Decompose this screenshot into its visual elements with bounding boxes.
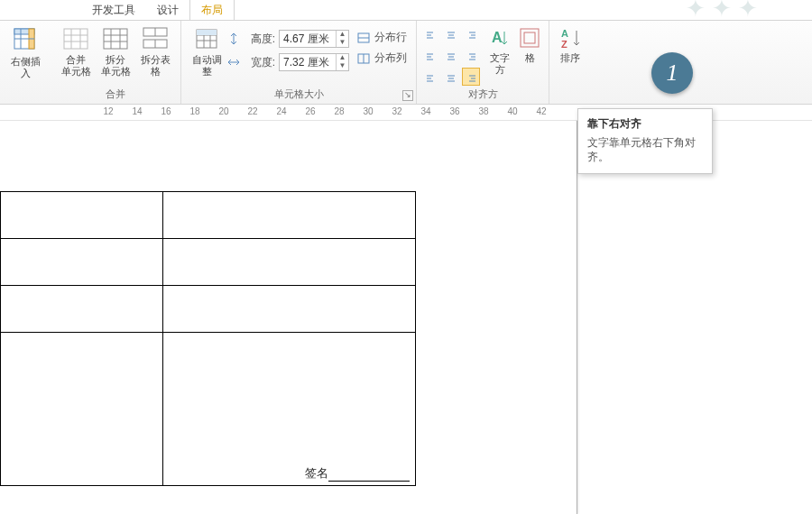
svg-rect-10	[104, 29, 127, 49]
align-bot-center[interactable]	[442, 68, 460, 86]
insert-column-right-icon	[12, 26, 39, 53]
sort-button[interactable]: AZ 排序	[555, 24, 586, 64]
split-cells-icon	[102, 26, 129, 51]
ruler-tick: 40	[507, 106, 517, 116]
row-height-icon	[226, 32, 241, 46]
ruler-tick: 18	[189, 106, 199, 116]
align-top-left[interactable]	[422, 28, 440, 46]
align-group-label: 对齐方	[422, 86, 543, 104]
group-label-blank	[5, 88, 45, 104]
ruler-tick: 28	[334, 106, 344, 116]
col-width-icon	[226, 55, 241, 69]
col-width-value: 7.32 厘米	[280, 55, 336, 70]
spin-down[interactable]: ▼	[337, 62, 348, 70]
distribute-cols-icon	[356, 51, 371, 66]
ruler-tick: 24	[276, 106, 286, 116]
merge-cells-icon	[62, 26, 89, 51]
tab-layout[interactable]: 布局	[189, 0, 235, 20]
merge-cells-button[interactable]: 合并 单元格	[56, 24, 96, 78]
tooltip-body: 文字靠单元格右下角对齐。	[587, 135, 703, 164]
width-label: 宽度:	[245, 55, 275, 70]
tab-design[interactable]: 设计	[146, 0, 189, 20]
svg-text:A: A	[561, 28, 568, 39]
svg-rect-24	[197, 30, 217, 35]
insert-right-label: 右侧插入	[7, 56, 43, 79]
ruler-tick: 34	[420, 106, 430, 116]
distribute-cols-label: 分布列	[374, 50, 407, 66]
ruler-tick: 38	[478, 106, 488, 116]
ruler-tick: 22	[247, 106, 257, 116]
align-top-center[interactable]	[442, 28, 460, 46]
alignment-grid	[422, 24, 480, 86]
ruler-tick: 32	[392, 106, 401, 116]
ruler-tick: 16	[161, 106, 171, 116]
text-direction-button[interactable]: A 文字方	[484, 24, 516, 76]
distribute-rows-label: 分布行	[374, 30, 407, 45]
split-table-icon	[142, 26, 169, 51]
document-table[interactable]: 签名	[0, 191, 416, 486]
align-bot-left[interactable]	[422, 68, 440, 86]
merge-group-label: 合并	[56, 86, 175, 104]
ruler-tick: 14	[132, 106, 142, 116]
table-row	[1, 239, 416, 286]
ruler-tick: 36	[449, 106, 459, 116]
align-mid-center[interactable]	[442, 48, 460, 66]
cell-margins-icon	[518, 26, 541, 50]
autofit-icon	[193, 26, 220, 51]
document-area: 签名	[0, 121, 812, 514]
ruler-tick: 30	[363, 106, 373, 116]
ruler-tick: 26	[305, 106, 315, 116]
text-direction-label: 文字方	[485, 52, 514, 76]
split-cells-label: 拆分 单元格	[101, 54, 131, 78]
sort-label: 排序	[560, 52, 580, 64]
table-row	[1, 192, 416, 239]
autofit-label: 自动调整	[189, 54, 225, 78]
ruler-tick: 12	[103, 106, 113, 116]
distribute-cols-button[interactable]: 分布列	[356, 50, 407, 66]
row-height-value: 4.67 厘米	[280, 32, 336, 47]
signature-text: 签名	[305, 465, 410, 482]
ruler-tick: 42	[536, 106, 546, 116]
split-table-button[interactable]: 拆分表格	[135, 24, 175, 78]
align-top-right[interactable]	[462, 28, 480, 46]
svg-rect-5	[64, 29, 88, 49]
align-bot-right[interactable]	[462, 68, 480, 86]
tooltip-align-bottom-right: 靠下右对齐 文字靠单元格右下角对齐。	[577, 108, 713, 174]
table-row: 签名	[1, 333, 416, 486]
tab-devtools[interactable]: 开发工具	[81, 0, 146, 20]
cell-margins-button[interactable]: 格	[516, 24, 543, 76]
cellsize-dialog-launcher[interactable]: ↘	[402, 90, 413, 101]
align-mid-left[interactable]	[422, 48, 440, 66]
svg-text:A: A	[492, 30, 503, 45]
page-right-edge	[577, 121, 577, 514]
spin-down[interactable]: ▼	[337, 39, 348, 47]
ruler-tick: 20	[218, 106, 228, 116]
cell-margins-label: 格	[525, 52, 535, 64]
svg-rect-57	[521, 29, 539, 47]
decorative-stars: ✦ ✦ ✦	[686, 0, 758, 23]
svg-text:Z: Z	[561, 39, 567, 50]
align-mid-right[interactable]	[462, 48, 480, 66]
table-row	[1, 286, 416, 333]
tooltip-title: 靠下右对齐	[587, 116, 703, 132]
text-direction-icon: A	[488, 26, 512, 50]
split-table-label: 拆分表格	[137, 54, 173, 78]
row-height-input[interactable]: 4.67 厘米 ▲▼	[279, 30, 349, 48]
insert-right-button[interactable]: 右侧插入	[5, 24, 45, 79]
split-cells-button[interactable]: 拆分 单元格	[96, 24, 135, 78]
svg-rect-58	[524, 32, 535, 43]
merge-cells-label: 合并 单元格	[61, 54, 91, 78]
page: 签名	[0, 121, 577, 514]
sort-icon: AZ	[558, 26, 582, 50]
height-label: 高度:	[245, 32, 275, 47]
col-width-input[interactable]: 7.32 厘米 ▲▼	[279, 53, 349, 71]
autofit-button[interactable]: 自动调整	[187, 24, 226, 78]
cellsize-group-label: 单元格大小	[187, 86, 411, 104]
group-label-blank2	[555, 88, 586, 104]
distribute-rows-button[interactable]: 分布行	[356, 30, 407, 45]
distribute-rows-icon	[356, 31, 371, 45]
step-badge: 1	[651, 52, 693, 94]
